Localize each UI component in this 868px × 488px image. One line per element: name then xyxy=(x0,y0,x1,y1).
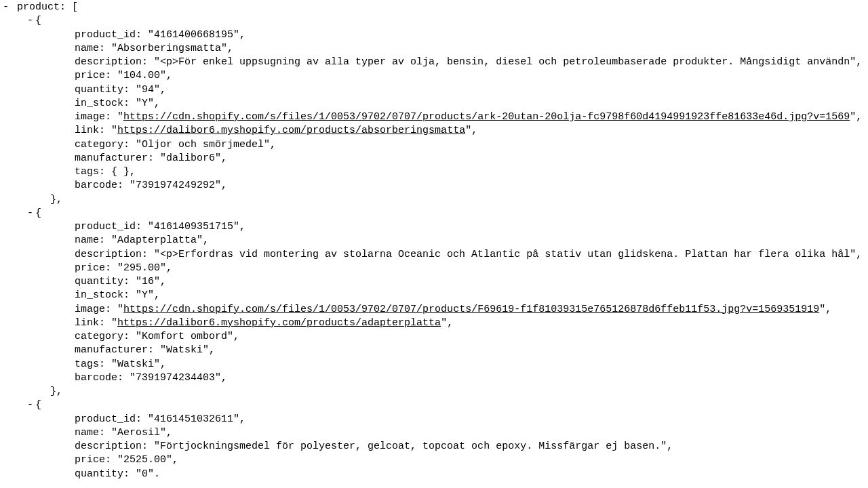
field-row-name: name: "Absorberingsmatta", xyxy=(0,42,868,56)
field-value: "Oljor och smörjmedel" xyxy=(136,139,270,150)
field-value: "7391974249292" xyxy=(130,180,221,191)
field-key: name xyxy=(75,43,99,54)
link-link[interactable]: https://dalibor6.myshopify.com/products/… xyxy=(117,125,465,136)
object-close: }, xyxy=(0,193,868,207)
field-row-image: image: "https://cdn.shopify.com/s/files/… xyxy=(0,303,868,317)
colon: : xyxy=(136,221,148,232)
field-value: "4161409351715" xyxy=(148,221,239,232)
open-brace: { xyxy=(35,15,41,26)
field-value: "Watski" xyxy=(160,344,209,356)
comma: , xyxy=(160,84,166,96)
comma: , xyxy=(166,70,172,81)
comma: , xyxy=(221,152,227,164)
field-key: link xyxy=(75,317,99,329)
field-row-product_id: product_id: "4161409351715", xyxy=(0,220,868,234)
field-value: "dalibor6" xyxy=(160,152,221,164)
comma: , xyxy=(221,180,227,191)
comma: , xyxy=(203,235,209,246)
field-value: "Watski" xyxy=(111,359,160,370)
field-value: "<p>För enkel uppsugning av alla typer a… xyxy=(154,56,856,68)
field-value: "Y" xyxy=(136,289,154,301)
field-key: quantity xyxy=(75,276,123,287)
comma: , xyxy=(667,441,673,452)
collapse-toggle[interactable]: - xyxy=(3,1,11,14)
field-row-tags: tags: "Watski", xyxy=(0,358,868,371)
field-value: "4161451032611" xyxy=(148,413,239,425)
field-key: tags xyxy=(75,359,99,370)
field-row-price: price: "295.00", xyxy=(0,262,868,275)
field-key: price xyxy=(75,262,105,274)
field-row-name: name: "Aerosil", xyxy=(0,426,868,440)
field-row-description: description: "Förtjockningsmedel för pol… xyxy=(0,440,868,453)
field-value: "Adapterplatta" xyxy=(111,235,203,246)
colon: : xyxy=(136,29,148,41)
field-row-manufacturer: manufacturer: "Watski", xyxy=(0,344,868,357)
close-quote: " xyxy=(819,304,825,315)
field-row-manufacturer: manufacturer: "dalibor6", xyxy=(0,152,868,165)
colon: : xyxy=(99,317,111,329)
colon: : xyxy=(123,84,136,96)
image-link[interactable]: https://cdn.shopify.com/s/files/1/0053/9… xyxy=(123,111,850,123)
object-open: -{ xyxy=(0,399,868,412)
field-key: link xyxy=(75,125,99,136)
open-quote: " xyxy=(111,317,117,329)
comma: , xyxy=(239,221,245,232)
field-key: image xyxy=(75,304,105,315)
colon: : xyxy=(123,331,136,342)
comma: , xyxy=(471,125,477,136)
comma: , xyxy=(166,427,172,439)
field-row-description: description: "<p>För enkel uppsugning av… xyxy=(0,56,868,69)
colon: : xyxy=(99,166,111,178)
link-link[interactable]: https://dalibor6.myshopify.com/products/… xyxy=(117,317,441,329)
field-key: category xyxy=(75,139,123,150)
comma: , xyxy=(221,372,227,384)
field-row-quantity: quantity: "94", xyxy=(0,83,868,97)
field-key: product_id xyxy=(75,29,136,41)
field-key: name xyxy=(75,427,99,439)
field-row-in_stock: in_stock: "Y", xyxy=(0,289,868,302)
comma: , xyxy=(209,344,215,356)
open-brace: { xyxy=(35,207,41,219)
field-key: category xyxy=(75,331,123,342)
close-quote: " xyxy=(850,111,856,123)
close-brace: }, xyxy=(50,194,62,205)
colon: : xyxy=(123,289,136,301)
field-value: "7391974234403" xyxy=(130,372,221,384)
field-row-tags: tags: { }, xyxy=(0,165,868,179)
image-link[interactable]: https://cdn.shopify.com/s/files/1/0053/9… xyxy=(123,304,819,315)
colon: : xyxy=(105,262,117,274)
field-row-price: price: "104.00", xyxy=(0,69,868,83)
field-key: barcode xyxy=(75,180,117,191)
field-key: manufacturer xyxy=(75,152,148,164)
field-key: description xyxy=(75,56,142,68)
comma: , xyxy=(233,331,239,342)
colon: : xyxy=(99,235,111,246)
field-row-description: description: "<p>Erfordras vid montering… xyxy=(0,248,868,262)
field-key: manufacturer xyxy=(75,344,148,356)
field-row-barcode: barcode: "7391974234403", xyxy=(0,371,868,385)
field-key: quantity xyxy=(75,84,123,96)
colon: : xyxy=(105,111,117,123)
collapse-toggle[interactable]: - xyxy=(27,14,35,28)
collapse-toggle[interactable]: - xyxy=(27,207,35,220)
comma: , xyxy=(270,139,276,150)
field-row-link: link: "https://dalibor6.myshopify.com/pr… xyxy=(0,124,868,138)
open-quote: " xyxy=(117,304,123,315)
comma: , xyxy=(172,454,178,466)
comma: , xyxy=(160,276,166,287)
field-key: description xyxy=(75,441,142,452)
field-row-in_stock: in_stock: "Y", xyxy=(0,97,868,110)
field-value: "Aerosil" xyxy=(111,427,166,439)
field-row-category: category: "Oljor och smörjmedel", xyxy=(0,138,868,152)
field-key: in_stock xyxy=(75,98,123,109)
object-open: -{ xyxy=(0,14,868,28)
field-value: "Komfort ombord" xyxy=(136,331,233,342)
comma: , xyxy=(825,304,831,315)
field-key: product_id xyxy=(75,221,136,232)
colon: : xyxy=(105,304,117,315)
colon: : xyxy=(99,125,111,136)
colon: : xyxy=(148,344,160,356)
products-container: -{product_id: "4161400668195",name: "Abs… xyxy=(0,14,868,481)
colon: : xyxy=(142,56,154,68)
collapse-toggle[interactable]: - xyxy=(27,399,35,412)
